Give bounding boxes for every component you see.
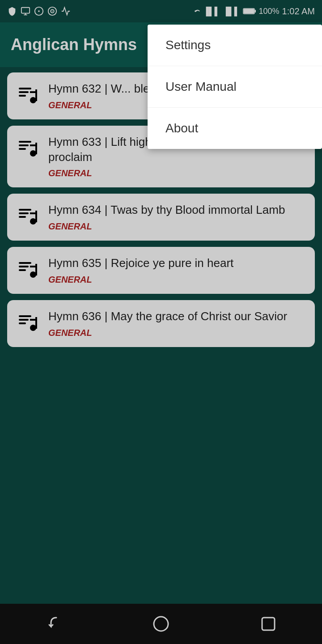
- menu-item-settings[interactable]: Settings: [148, 25, 322, 66]
- menu-item-about[interactable]: About: [148, 108, 322, 149]
- dropdown-menu: Settings User Manual About: [148, 25, 322, 149]
- menu-item-user-manual[interactable]: User Manual: [148, 66, 322, 108]
